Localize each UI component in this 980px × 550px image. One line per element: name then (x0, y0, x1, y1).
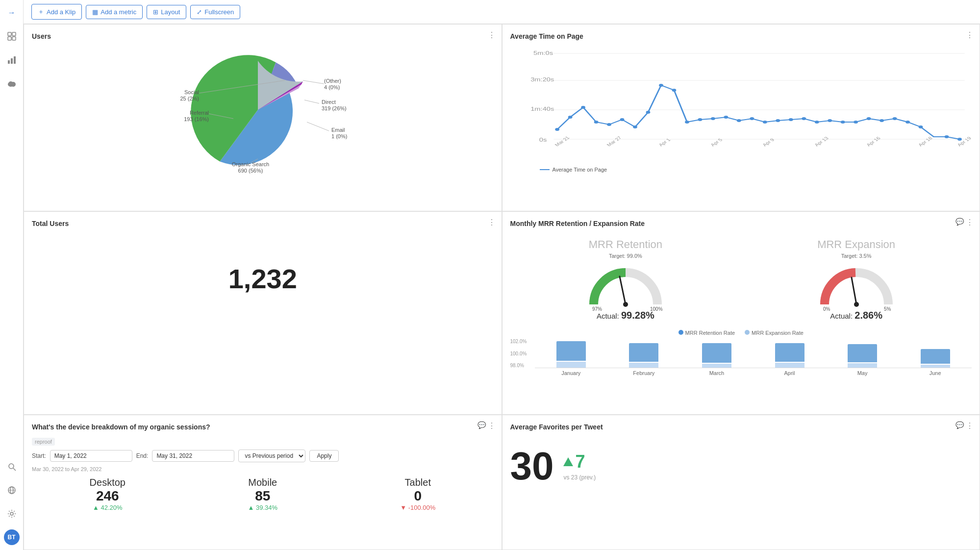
svg-text:Apr 16: Apr 16 (865, 136, 881, 147)
svg-text:193 (16%): 193 (16%) (184, 116, 209, 122)
svg-point-45 (594, 121, 598, 124)
svg-text:Direct: Direct (322, 99, 336, 105)
svg-point-46 (607, 123, 611, 126)
compare-select[interactable]: vs Previous periodvs Previous year (238, 450, 305, 462)
device-comment-icon[interactable]: 💬 (477, 421, 486, 429)
svg-point-60 (788, 118, 793, 121)
add-klip-button[interactable]: ＋ Add a Klip (31, 4, 82, 20)
mrr-bar-january (556, 341, 586, 368)
svg-text:690 (56%): 690 (56%) (238, 168, 263, 174)
users-title: Users (32, 32, 494, 40)
fullscreen-button[interactable]: ⤢ Fullscreen (190, 5, 240, 19)
svg-point-56 (736, 119, 741, 122)
svg-line-33 (307, 122, 329, 131)
svg-rect-1 (12, 32, 16, 36)
svg-point-63 (828, 119, 832, 122)
reproof-label: reproof (32, 438, 55, 446)
total-users-value: 1,232 (32, 233, 494, 324)
mrr-retention-gauge: MRR Retention Target: 99.0% 97% 1 (522, 238, 729, 321)
metric-icon: ▦ (92, 8, 98, 16)
svg-text:5m:0s: 5m:0s (533, 50, 553, 56)
mrr-retention-target: Target: 99.0% (609, 253, 642, 259)
avg-fav-content: 30 7 vs 23 (prev.) (510, 437, 972, 496)
svg-point-62 (814, 121, 819, 124)
tablet-device: Tablet 0 ▼ -100.00% (342, 477, 494, 511)
mrr-retention-actual: Actual: 99.28% (597, 310, 654, 321)
mrr-expansion-gauge: MRR Expansion Target: 3.5% 0% 5% (753, 238, 960, 321)
mrr-legend: MRR Retention Rate MRR Expansion Rate (510, 330, 972, 336)
svg-point-71 (944, 135, 949, 138)
device-menu[interactable]: ⋮ (488, 421, 496, 430)
mrr-gauges: MRR Retention Target: 99.0% 97% 1 (510, 233, 972, 326)
mrr-bar-chart: 102.0% 100.0% 98.0% (510, 339, 972, 376)
mrr-bar-march (702, 343, 731, 368)
end-date-input[interactable] (152, 450, 234, 462)
svg-text:Mar 27: Mar 27 (605, 135, 623, 147)
end-label: End: (136, 452, 149, 459)
chart-icon[interactable] (4, 52, 20, 68)
svg-point-50 (659, 84, 663, 87)
avg-fav-comment-icon[interactable]: 💬 (955, 421, 964, 429)
avg-fav-menu[interactable]: ⋮ (966, 421, 974, 430)
svg-point-52 (685, 121, 689, 124)
avg-time-menu[interactable]: ⋮ (966, 30, 974, 40)
layout-button[interactable]: ⊞ Layout (147, 5, 186, 19)
total-users-menu[interactable]: ⋮ (488, 218, 496, 227)
avg-time-chart: 5m:0s 3m:20s 1m:40s 0s (510, 46, 972, 164)
avg-fav-value: 30 (510, 447, 554, 486)
svg-point-83 (623, 302, 628, 307)
users-widget: Users ⋮ Organ (24, 24, 502, 211)
svg-line-82 (620, 276, 626, 304)
mrr-month-mar: March (702, 370, 731, 376)
apply-button[interactable]: Apply (309, 450, 339, 462)
svg-text:Mar 21: Mar 21 (553, 135, 571, 147)
mrr-expansion-title: MRR Expansion (817, 238, 895, 251)
svg-point-10 (9, 464, 14, 469)
device-widget: What's the device breakdown of my organi… (24, 415, 502, 550)
svg-point-47 (620, 118, 624, 121)
mrr-comment-icon[interactable]: 💬 (955, 218, 964, 225)
svg-line-86 (852, 277, 856, 304)
svg-rect-3 (12, 37, 16, 40)
avg-time-title: Average Time on Page (510, 32, 972, 40)
cloud-icon[interactable] (4, 75, 20, 91)
svg-text:97%: 97% (592, 306, 602, 312)
layout-icon: ⊞ (153, 8, 158, 16)
svg-point-59 (776, 119, 780, 122)
settings-icon[interactable] (4, 506, 20, 522)
svg-text:Apr 9: Apr 9 (761, 137, 775, 147)
svg-text:3m:20s: 3m:20s (530, 77, 554, 82)
triangle-up-icon (563, 457, 573, 466)
delta-value: 7 (563, 451, 585, 472)
sidebar: → BT (0, 0, 24, 550)
link-icon[interactable] (4, 482, 20, 498)
avg-fav-title: Average Favorites per Tweet (510, 423, 972, 431)
mrr-bar-february (629, 343, 658, 368)
svg-line-32 (304, 100, 319, 103)
users-menu[interactable]: ⋮ (488, 30, 496, 40)
svg-point-87 (854, 302, 859, 307)
svg-text:4 (0%): 4 (0%) (324, 84, 340, 90)
svg-text:(Other): (Other) (324, 78, 341, 84)
mrr-retention-gauge-svg: 97% 100% (586, 263, 665, 307)
arrow-right-icon[interactable]: → (4, 5, 20, 21)
mrr-widget: Monthly MRR Retention / Expansion Rate 💬… (502, 211, 980, 415)
grid-icon[interactable] (4, 28, 20, 44)
svg-point-61 (802, 117, 806, 120)
start-date-input[interactable] (50, 450, 132, 462)
svg-point-58 (762, 121, 767, 124)
svg-line-31 (303, 80, 324, 84)
mrr-bar-may (848, 344, 877, 368)
user-avatar[interactable]: BT (4, 529, 20, 545)
mrr-menu[interactable]: ⋮ (966, 218, 974, 227)
search-icon[interactable] (4, 459, 20, 475)
svg-text:319 (26%): 319 (26%) (322, 105, 347, 111)
toolbar: ＋ Add a Klip ▦ Add a metric ⊞ Layout ⤢ F… (24, 0, 980, 24)
svg-text:Social: Social (184, 89, 199, 95)
add-metric-button[interactable]: ▦ Add a metric (86, 5, 143, 19)
svg-text:Apr 5: Apr 5 (709, 137, 723, 147)
device-filter: Start: End: vs Previous periodvs Previou… (32, 450, 494, 462)
svg-text:Apr 18: Apr 18 (917, 136, 933, 147)
svg-point-67 (879, 119, 884, 122)
fullscreen-icon: ⤢ (197, 8, 202, 16)
